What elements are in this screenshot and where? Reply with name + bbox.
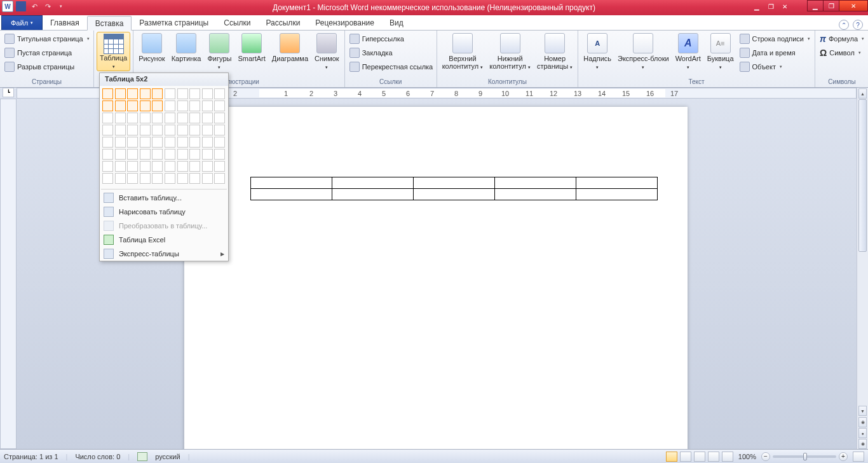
grid-cell[interactable] [165, 149, 175, 160]
object-button[interactable]: Объект▾ [738, 60, 812, 74]
grid-cell[interactable] [152, 149, 163, 160]
grid-cell[interactable] [165, 173, 175, 184]
qat-save-button[interactable] [15, 1, 27, 12]
grid-cell[interactable] [127, 149, 138, 160]
bookmark-button[interactable]: Закладка [348, 46, 395, 60]
grid-cell[interactable] [214, 161, 225, 172]
table-size-grid[interactable] [100, 86, 228, 188]
grid-cell[interactable] [115, 125, 126, 135]
grid-cell[interactable] [214, 173, 225, 184]
grid-cell[interactable] [189, 173, 200, 184]
page-break-button[interactable]: Разрыв страницы [3, 60, 76, 74]
grid-cell[interactable] [202, 100, 213, 111]
clipart-button[interactable]: Картинка [169, 32, 204, 62]
qat-customize-button[interactable]: ▾ [55, 1, 67, 12]
grid-cell[interactable] [214, 149, 225, 160]
page-number-button[interactable]: Номер страницы ▾ [534, 32, 575, 71]
grid-cell[interactable] [152, 125, 163, 135]
grid-cell[interactable] [202, 137, 213, 148]
window-maximize-button[interactable]: ❐ [823, 0, 839, 11]
grid-cell[interactable] [102, 149, 113, 160]
qat-redo-button[interactable]: ↷ [42, 1, 53, 12]
document-table[interactable] [250, 177, 658, 200]
grid-cell[interactable] [127, 100, 138, 111]
tab-page-layout[interactable]: Разметка страницы [132, 15, 216, 30]
zoom-out-button[interactable]: − [761, 452, 770, 461]
quick-tables-item[interactable]: Экспресс-таблицы▶ [100, 247, 228, 261]
scroll-up-button[interactable]: ▲ [858, 88, 867, 99]
next-page-button[interactable]: ◉ [858, 439, 867, 449]
symbol-button[interactable]: ΩСимвол▾ [818, 46, 863, 60]
crossref-button[interactable]: Перекрестная ссылка [348, 60, 435, 74]
doc-close-button[interactable]: ✕ [778, 1, 792, 11]
status-language[interactable]: русский [155, 453, 180, 460]
grid-cell[interactable] [189, 88, 200, 99]
grid-cell[interactable] [189, 100, 200, 111]
header-button[interactable]: Верхний колонтитул ▾ [440, 32, 486, 71]
grid-cell[interactable] [127, 88, 138, 99]
status-page[interactable]: Страница: 1 из 1 [4, 453, 58, 460]
grid-cell[interactable] [165, 125, 175, 135]
word-app-icon[interactable]: W [2, 1, 13, 12]
grid-cell[interactable] [127, 137, 138, 148]
hyperlink-button[interactable]: Гиперссылка [348, 32, 406, 46]
grid-cell[interactable] [189, 161, 200, 172]
prev-page-button[interactable]: ◉ [858, 417, 867, 427]
window-minimize-button[interactable]: ▁ [807, 0, 824, 11]
grid-cell[interactable] [177, 100, 188, 111]
wordart-button[interactable]: AWordArt▾ [673, 32, 703, 71]
grid-cell[interactable] [177, 113, 188, 123]
grid-cell[interactable] [102, 113, 113, 123]
grid-cell[interactable] [127, 113, 138, 123]
grid-cell[interactable] [140, 149, 151, 160]
grid-cell[interactable] [202, 88, 213, 99]
excel-table-item[interactable]: Таблица Excel [100, 233, 228, 247]
tab-references[interactable]: Ссылки [216, 15, 258, 30]
grid-cell[interactable] [115, 88, 126, 99]
grid-cell[interactable] [115, 173, 126, 184]
insert-table-item[interactable]: Вставить таблицу... [100, 191, 228, 205]
grid-cell[interactable] [140, 88, 151, 99]
grid-cell[interactable] [202, 125, 213, 135]
doc-restore-button[interactable]: ❐ [764, 1, 778, 11]
grid-cell[interactable] [214, 100, 225, 111]
scroll-down-button[interactable]: ▼ [858, 406, 867, 416]
grid-cell[interactable] [214, 113, 225, 123]
grid-cell[interactable] [115, 137, 126, 148]
grid-cell[interactable] [140, 113, 151, 123]
grid-cell[interactable] [177, 173, 188, 184]
help-button[interactable]: ? [853, 20, 863, 30]
equation-button[interactable]: πФормула▾ [818, 32, 866, 46]
grid-cell[interactable] [214, 125, 225, 135]
screenshot-button[interactable]: Снимок▾ [312, 32, 342, 71]
tab-home[interactable]: Главная [43, 15, 87, 30]
blank-page-button[interactable]: Пустая страница [3, 46, 74, 60]
view-web-button[interactable] [694, 452, 705, 462]
zoom-fit-button[interactable] [853, 452, 864, 462]
grid-cell[interactable] [202, 149, 213, 160]
table-button[interactable]: Таблица▾ [97, 32, 130, 71]
grid-cell[interactable] [202, 161, 213, 172]
shapes-button[interactable]: Фигуры▾ [205, 32, 234, 71]
grid-cell[interactable] [165, 100, 175, 111]
scroll-thumb[interactable] [858, 99, 867, 252]
view-fullscreen-button[interactable] [680, 452, 691, 462]
grid-cell[interactable] [152, 173, 163, 184]
grid-cell[interactable] [127, 161, 138, 172]
grid-cell[interactable] [115, 161, 126, 172]
tab-review[interactable]: Рецензирование [308, 15, 382, 30]
grid-cell[interactable] [115, 149, 126, 160]
grid-cell[interactable] [214, 137, 225, 148]
grid-cell[interactable] [177, 149, 188, 160]
grid-cell[interactable] [127, 173, 138, 184]
status-word-count[interactable]: Число слов: 0 [75, 453, 120, 460]
window-close-button[interactable]: ✕ [839, 0, 868, 11]
zoom-slider[interactable] [773, 455, 836, 458]
picture-button[interactable]: Рисунок [136, 32, 168, 62]
grid-cell[interactable] [165, 113, 175, 123]
footer-button[interactable]: Нижний колонтитул ▾ [487, 32, 533, 71]
grid-cell[interactable] [189, 113, 200, 123]
textbox-button[interactable]: AНадпись▾ [581, 32, 614, 71]
view-outline-button[interactable] [708, 452, 719, 462]
grid-cell[interactable] [152, 113, 163, 123]
